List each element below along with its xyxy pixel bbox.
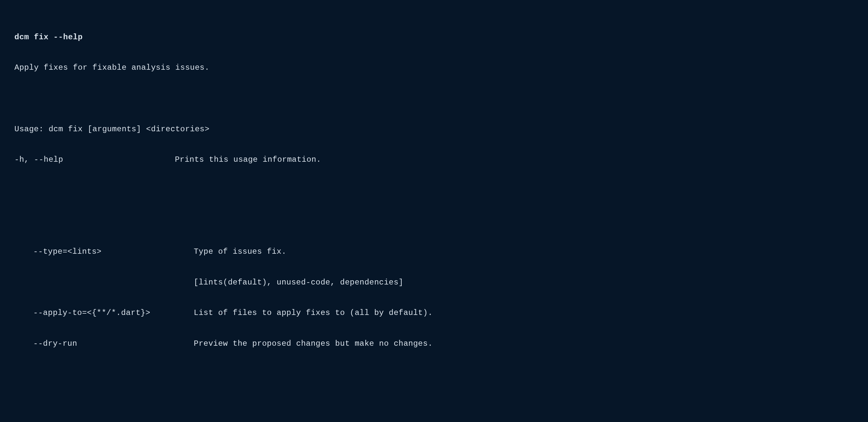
flag-name: -h, --help [14,152,175,168]
usage-line: Usage: dcm fix [arguments] <directories> [14,122,854,137]
flag-name: --apply-to=<{**/*.dart}> [33,305,194,321]
flag-type-values: [lints(default), unused-code, dependenci… [14,275,854,290]
flag-type: --type=<lints>Type of issues fix. [14,244,854,260]
command-line: dcm fix --help [14,30,854,45]
flag-name: --type=<lints> [33,244,194,260]
blank-line [14,214,854,229]
blank-line [14,367,854,382]
flag-name: --dry-run [33,336,194,352]
flag-desc: Preview the proposed changes but make no… [194,336,433,352]
flag-desc: Prints this usage information. [175,152,321,168]
terminal-output: dcm fix --help Apply fixes for fixable a… [0,0,868,422]
flag-desc: [lints(default), unused-code, dependenci… [194,275,403,290]
flag-help: -h, --helpPrints this usage information. [14,152,854,168]
flag-desc: List of files to apply fixes to (all by … [194,305,433,321]
flag-apply-to: --apply-to=<{**/*.dart}>List of files to… [14,305,854,321]
flag-dry-run: --dry-runPreview the proposed changes bu… [14,336,854,352]
blank-line [14,183,854,198]
flag-desc: Type of issues fix. [194,244,286,260]
description-line: Apply fixes for fixable analysis issues. [14,60,854,76]
blank-line [14,91,854,106]
blank-line [14,397,854,413]
